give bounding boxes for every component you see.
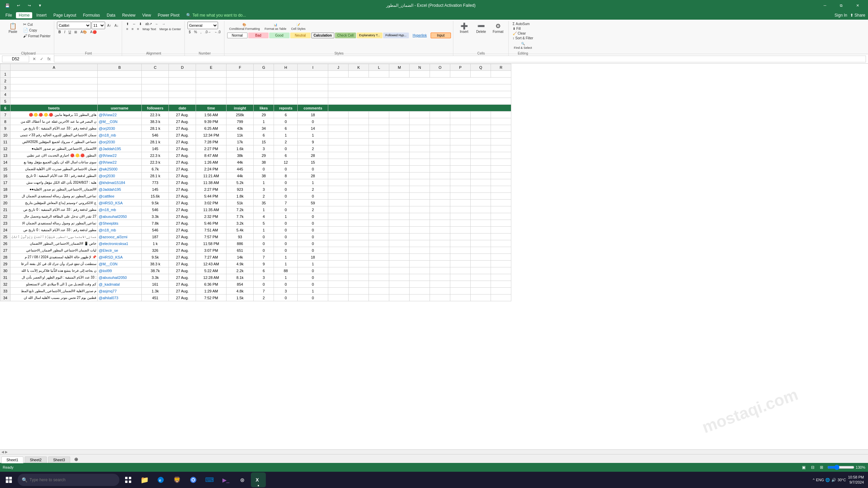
font-color-button[interactable]: A🔴 (89, 30, 98, 34)
copy-button[interactable]: 📄 Copy (22, 27, 52, 33)
brave-browser-app[interactable]: 🦁 (170, 472, 184, 487)
menu-power-pivot[interactable]: Power Pivot (155, 12, 182, 18)
followers-header[interactable]: followers (142, 105, 169, 111)
menu-view[interactable]: View (140, 12, 154, 18)
save-button[interactable]: 💾 (3, 1, 12, 10)
col-header-q[interactable]: Q (471, 64, 491, 71)
style-normal[interactable]: Normal (227, 33, 248, 38)
wrap-text-button[interactable]: Wrap Text (141, 27, 157, 31)
horizontal-scrollbar[interactable]: ◀ ▶ (0, 449, 868, 454)
align-bottom-button[interactable]: ⬇ (138, 22, 143, 26)
reposts-header[interactable]: reposts (274, 105, 298, 111)
autosum-button[interactable]: Σ AutoSum (511, 22, 535, 26)
minimize-button[interactable]: ─ (817, 0, 833, 11)
col-header-g[interactable]: G (254, 64, 274, 71)
formula-input[interactable] (54, 56, 866, 62)
delete-cells-button[interactable]: ➖ Delete (473, 22, 489, 35)
col-header-m[interactable]: M (389, 64, 410, 71)
customize-button[interactable]: ▼ (35, 1, 45, 10)
style-explanatory[interactable]: Explanatory T... (357, 33, 382, 38)
col-header-c[interactable]: C (142, 64, 169, 71)
menu-formulas[interactable]: Formulas (80, 12, 103, 18)
style-calculation[interactable]: Calculation (311, 33, 334, 38)
align-center-button[interactable]: ≡ (130, 27, 135, 31)
insert-cells-button[interactable]: ➕ Insert (456, 22, 472, 35)
percent-button[interactable]: $ (188, 30, 192, 34)
merge-center-button[interactable]: Merge & Center (158, 27, 182, 31)
cut-button[interactable]: ✂ Cut (22, 22, 52, 27)
show-hidden-icons-button[interactable]: ^ (813, 478, 814, 482)
menu-insert[interactable]: Insert (34, 12, 49, 18)
col-header-j[interactable]: J (328, 64, 349, 71)
menu-review[interactable]: Review (119, 12, 138, 18)
style-hyperlink[interactable]: Hyperlink (410, 33, 430, 38)
indent-increase-button[interactable]: → (161, 22, 167, 26)
page-layout-view-button[interactable]: ⊟ (810, 464, 816, 470)
fill-color-button[interactable]: A🎨 (79, 30, 88, 34)
cell-reference-input[interactable]: D52 (2, 56, 29, 62)
menu-page-layout[interactable]: Page Layout (51, 12, 79, 18)
align-right-button[interactable]: ≡ (136, 27, 140, 31)
clear-button[interactable]: 🧹 Clear (511, 31, 535, 36)
format-as-table-button[interactable]: 📊 Format as Table (262, 22, 288, 32)
style-bad[interactable]: Bad (248, 33, 269, 38)
sheet-tab-2[interactable]: Sheet2 (25, 456, 47, 463)
search-input[interactable] (29, 477, 111, 482)
col-header-h[interactable]: H (274, 64, 298, 71)
currency-button[interactable]: % (193, 30, 198, 34)
sort-filter-button[interactable]: ↕ Sort & Filter (511, 36, 535, 40)
menu-tell-me[interactable]: 🔍 Tell me what you want to do... (183, 12, 249, 18)
orientation-button[interactable]: ab↗ (144, 22, 153, 26)
redo-button[interactable]: ↪ (24, 1, 34, 10)
comma-button[interactable]: , (199, 30, 203, 34)
time-header[interactable]: time (196, 105, 226, 111)
likes-header[interactable]: likes (254, 105, 274, 111)
col-header-o[interactable]: O (430, 64, 450, 71)
style-check-cell[interactable]: Check Cell (335, 33, 356, 38)
fill-button[interactable]: ⬇ Fill (511, 26, 535, 31)
insert-function-icon[interactable]: fx (46, 56, 52, 62)
vscode-app[interactable]: ⌨ (202, 472, 217, 487)
cancel-formula-icon[interactable]: ✕ (31, 56, 37, 62)
col-header-p[interactable]: P (450, 64, 471, 71)
normal-view-button[interactable]: ▣ (801, 464, 807, 470)
chrome-app[interactable] (186, 472, 201, 487)
task-view-button[interactable] (121, 472, 136, 487)
tweets-header[interactable]: tweets (11, 105, 98, 111)
col-header-k[interactable]: K (349, 64, 369, 71)
menu-file[interactable]: File (3, 12, 15, 18)
add-sheet-button[interactable]: ⊕ (72, 455, 81, 463)
format-cells-button[interactable]: ⚙ Format (490, 22, 506, 35)
italic-button[interactable]: I (63, 30, 66, 34)
comments-header[interactable]: comments (298, 105, 328, 111)
sheet-tab-3[interactable]: Sheet3 (48, 456, 70, 463)
font-size-select[interactable]: 11 (92, 22, 105, 29)
insight-header[interactable]: insight (226, 105, 254, 111)
indent-decrease-button[interactable]: ← (154, 22, 160, 26)
zoom-slider[interactable] (827, 465, 854, 470)
style-input[interactable]: Input (431, 33, 451, 38)
col-header-l[interactable]: L (369, 64, 389, 71)
number-format-select[interactable]: General (188, 22, 218, 29)
align-left-button[interactable]: ≡ (125, 27, 130, 31)
increase-decimal-button[interactable]: .0→ (203, 30, 212, 34)
bold-button[interactable]: B (57, 30, 62, 34)
style-followed-hyp[interactable]: Followed Hyp... (383, 33, 409, 38)
terminal-app[interactable]: ▶_ (218, 472, 233, 487)
sign-in-link[interactable]: Sign In (834, 13, 847, 18)
conditional-formatting-button[interactable]: 🎨 Conditional Formatting (227, 22, 262, 32)
menu-home[interactable]: Home (16, 12, 32, 18)
col-header-e[interactable]: E (196, 64, 226, 71)
date-header[interactable]: date (169, 105, 196, 111)
share-button[interactable]: ⬆ Share (850, 13, 865, 18)
edge-browser-app[interactable]: e (153, 472, 168, 487)
col-header-b[interactable]: B (98, 64, 142, 71)
col-header-f[interactable]: F (226, 64, 254, 71)
find-select-button[interactable]: 🔍 Find & Select (511, 41, 535, 51)
border-button[interactable]: ⊞ (73, 30, 78, 34)
volume-icon[interactable]: 🔊 (831, 478, 836, 482)
close-button[interactable]: ✕ (850, 0, 865, 11)
restore-button[interactable]: ⧉ (833, 0, 849, 11)
decrease-decimal-button[interactable]: ←.0 (213, 30, 222, 34)
decrease-font-button[interactable]: A↓ (113, 23, 120, 28)
